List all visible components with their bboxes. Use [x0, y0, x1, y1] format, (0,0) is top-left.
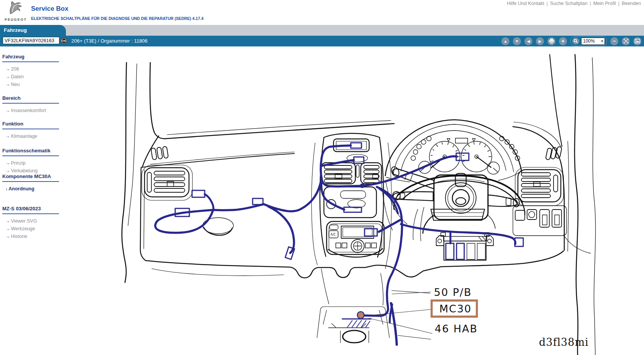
right-air-vent [515, 167, 564, 206]
center-console [317, 269, 389, 343]
connector-display [351, 143, 361, 148]
defroster-vent-left [151, 146, 169, 160]
speedometer-needle [476, 157, 491, 167]
steering-column [390, 165, 525, 233]
connector-fusebox-1 [446, 243, 454, 259]
connector-radio [365, 229, 377, 236]
wiring-location-diagram: 50 P/B MC30 46 HAB A/C d3fl38mi [0, 0, 644, 355]
connector-glovebox-2 [253, 198, 263, 205]
harness-junction-node [360, 183, 365, 188]
connector-vent [354, 157, 364, 163]
leader-mc30 [365, 309, 432, 316]
instrument-cluster [385, 120, 522, 182]
switch-panel [513, 206, 567, 236]
label-mc30: MC30 [439, 303, 472, 315]
mc30-highlight-box[interactable]: MC30 [432, 301, 477, 317]
diagram-labels: 50 P/B MC30 46 HAB A/C d3fl38mi [330, 233, 589, 348]
service-box-app: PEUGEOT Service Box ELEKTRISCHE SCHALTPL… [0, 0, 644, 355]
label-wire-46-hab: 46 HAB [435, 323, 478, 335]
gear-lever-base [343, 330, 366, 343]
dashboard-linework [122, 54, 596, 355]
audio-stalk [488, 195, 517, 206]
connector-glovebox-1 [192, 190, 205, 197]
left-air-vent [142, 165, 192, 200]
radio-ac-button-label: A/C [330, 233, 336, 236]
mc30-component-dot [357, 312, 364, 319]
label-wire-50-pb: 50 P/B [434, 286, 472, 298]
watermark: d3fl38mi [539, 336, 589, 348]
odometer-window [455, 138, 468, 143]
mc30-location-mark [342, 312, 371, 327]
connector-fusebox-2 [457, 243, 464, 259]
leader-46-hab [369, 318, 432, 334]
